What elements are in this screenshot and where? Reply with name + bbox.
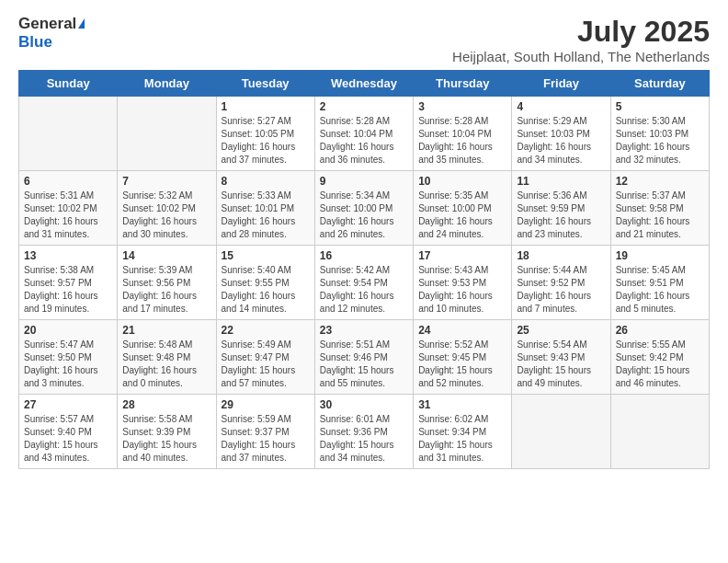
calendar-cell: 4Sunrise: 5:29 AM Sunset: 10:03 PM Dayli…: [512, 97, 610, 171]
calendar-week-row: 20Sunrise: 5:47 AM Sunset: 9:50 PM Dayli…: [19, 320, 710, 395]
day-info: Sunrise: 5:40 AM Sunset: 9:55 PM Dayligh…: [222, 264, 310, 316]
day-number: 27: [24, 398, 112, 411]
day-info: Sunrise: 5:49 AM Sunset: 9:47 PM Dayligh…: [222, 339, 310, 390]
day-number: 3: [418, 100, 506, 113]
day-number: 14: [122, 249, 210, 262]
calendar-cell: 19Sunrise: 5:45 AM Sunset: 9:51 PM Dayli…: [610, 246, 709, 320]
day-number: 19: [616, 249, 704, 262]
logo-blue: Blue: [18, 33, 52, 52]
calendar-cell: 8Sunrise: 5:33 AM Sunset: 10:01 PM Dayli…: [216, 171, 314, 246]
day-info: Sunrise: 5:58 AM Sunset: 9:39 PM Dayligh…: [122, 413, 210, 465]
day-number: 25: [517, 324, 605, 337]
calendar-body: 1Sunrise: 5:27 AM Sunset: 10:05 PM Dayli…: [19, 97, 710, 469]
calendar-cell: 26Sunrise: 5:55 AM Sunset: 9:42 PM Dayli…: [610, 320, 709, 395]
day-info: Sunrise: 5:27 AM Sunset: 10:05 PM Daylig…: [222, 115, 310, 167]
day-info: Sunrise: 5:34 AM Sunset: 10:00 PM Daylig…: [320, 190, 408, 241]
calendar-cell: 2Sunrise: 5:28 AM Sunset: 10:04 PM Dayli…: [314, 97, 413, 171]
day-number: 9: [320, 175, 408, 188]
calendar-cell: 31Sunrise: 6:02 AM Sunset: 9:34 PM Dayli…: [414, 395, 512, 469]
day-info: Sunrise: 5:31 AM Sunset: 10:02 PM Daylig…: [24, 190, 112, 241]
calendar-week-row: 13Sunrise: 5:38 AM Sunset: 9:57 PM Dayli…: [19, 246, 710, 320]
logo-arrow-icon: [78, 18, 85, 29]
day-info: Sunrise: 5:33 AM Sunset: 10:01 PM Daylig…: [222, 190, 310, 241]
day-info: Sunrise: 5:28 AM Sunset: 10:04 PM Daylig…: [320, 115, 408, 167]
day-number: 20: [24, 324, 112, 337]
calendar-cell: 7Sunrise: 5:32 AM Sunset: 10:02 PM Dayli…: [118, 171, 216, 246]
calendar-cell: 11Sunrise: 5:36 AM Sunset: 9:59 PM Dayli…: [512, 171, 610, 246]
calendar-cell: 3Sunrise: 5:28 AM Sunset: 10:04 PM Dayli…: [414, 97, 512, 171]
calendar-cell: 28Sunrise: 5:58 AM Sunset: 9:39 PM Dayli…: [118, 395, 216, 469]
day-number: 7: [122, 175, 210, 188]
page: General Blue July 2025 Heijplaat, South …: [0, 0, 728, 484]
day-number: 6: [24, 175, 112, 188]
logo: General Blue: [18, 15, 85, 52]
calendar-cell: 29Sunrise: 5:59 AM Sunset: 9:37 PM Dayli…: [216, 395, 314, 469]
day-info: Sunrise: 5:35 AM Sunset: 10:00 PM Daylig…: [418, 190, 506, 241]
day-number: 10: [418, 175, 506, 188]
calendar-cell: 14Sunrise: 5:39 AM Sunset: 9:56 PM Dayli…: [118, 246, 216, 320]
calendar-header: Sunday Monday Tuesday Wednesday Thursday…: [19, 71, 710, 97]
day-info: Sunrise: 5:57 AM Sunset: 9:40 PM Dayligh…: [24, 413, 112, 465]
day-info: Sunrise: 5:37 AM Sunset: 9:58 PM Dayligh…: [616, 190, 704, 241]
calendar-cell: 24Sunrise: 5:52 AM Sunset: 9:45 PM Dayli…: [414, 320, 512, 395]
day-number: 11: [517, 175, 605, 188]
day-number: 2: [320, 100, 408, 113]
day-number: 18: [517, 249, 605, 262]
calendar-cell: 5Sunrise: 5:30 AM Sunset: 10:03 PM Dayli…: [610, 97, 709, 171]
day-info: Sunrise: 5:54 AM Sunset: 9:43 PM Dayligh…: [517, 339, 605, 390]
day-number: 13: [24, 249, 112, 262]
calendar-cell: 30Sunrise: 6:01 AM Sunset: 9:36 PM Dayli…: [314, 395, 413, 469]
col-tuesday: Tuesday: [216, 71, 314, 97]
col-wednesday: Wednesday: [314, 71, 413, 97]
calendar-subtitle: Heijplaat, South Holland, The Netherland…: [452, 49, 710, 64]
day-number: 31: [418, 398, 506, 411]
col-friday: Friday: [512, 71, 610, 97]
day-number: 16: [320, 249, 408, 262]
weekday-header-row: Sunday Monday Tuesday Wednesday Thursday…: [19, 71, 710, 97]
day-info: Sunrise: 6:01 AM Sunset: 9:36 PM Dayligh…: [320, 413, 408, 465]
day-info: Sunrise: 5:45 AM Sunset: 9:51 PM Dayligh…: [616, 264, 704, 316]
day-info: Sunrise: 5:42 AM Sunset: 9:54 PM Dayligh…: [320, 264, 408, 316]
calendar-week-row: 1Sunrise: 5:27 AM Sunset: 10:05 PM Dayli…: [19, 97, 710, 171]
calendar-cell: 23Sunrise: 5:51 AM Sunset: 9:46 PM Dayli…: [314, 320, 413, 395]
day-number: 26: [616, 324, 704, 337]
day-number: 4: [517, 100, 605, 113]
day-number: 5: [616, 100, 704, 113]
calendar-table: Sunday Monday Tuesday Wednesday Thursday…: [18, 70, 710, 469]
day-info: Sunrise: 5:47 AM Sunset: 9:50 PM Dayligh…: [24, 339, 112, 390]
header: General Blue July 2025 Heijplaat, South …: [18, 15, 710, 64]
calendar-cell: [512, 395, 610, 469]
logo-general: General: [18, 15, 76, 33]
day-info: Sunrise: 5:36 AM Sunset: 9:59 PM Dayligh…: [517, 190, 605, 241]
day-number: 12: [616, 175, 704, 188]
day-number: 8: [222, 175, 310, 188]
col-saturday: Saturday: [610, 71, 709, 97]
day-number: 17: [418, 249, 506, 262]
calendar-cell: 9Sunrise: 5:34 AM Sunset: 10:00 PM Dayli…: [314, 171, 413, 246]
day-info: Sunrise: 5:51 AM Sunset: 9:46 PM Dayligh…: [320, 339, 408, 390]
day-info: Sunrise: 5:52 AM Sunset: 9:45 PM Dayligh…: [418, 339, 506, 390]
day-info: Sunrise: 6:02 AM Sunset: 9:34 PM Dayligh…: [418, 413, 506, 465]
calendar-cell: 13Sunrise: 5:38 AM Sunset: 9:57 PM Dayli…: [19, 246, 118, 320]
col-sunday: Sunday: [19, 71, 118, 97]
calendar-cell: 20Sunrise: 5:47 AM Sunset: 9:50 PM Dayli…: [19, 320, 118, 395]
day-info: Sunrise: 5:43 AM Sunset: 9:53 PM Dayligh…: [418, 264, 506, 316]
day-info: Sunrise: 5:28 AM Sunset: 10:04 PM Daylig…: [418, 115, 506, 167]
calendar-week-row: 6Sunrise: 5:31 AM Sunset: 10:02 PM Dayli…: [19, 171, 710, 246]
col-thursday: Thursday: [414, 71, 512, 97]
calendar-cell: 21Sunrise: 5:48 AM Sunset: 9:48 PM Dayli…: [118, 320, 216, 395]
title-area: July 2025 Heijplaat, South Holland, The …: [452, 15, 710, 64]
day-number: 23: [320, 324, 408, 337]
calendar-title: July 2025: [452, 15, 710, 49]
calendar-cell: 22Sunrise: 5:49 AM Sunset: 9:47 PM Dayli…: [216, 320, 314, 395]
day-info: Sunrise: 5:48 AM Sunset: 9:48 PM Dayligh…: [122, 339, 210, 390]
calendar-cell: [610, 395, 709, 469]
day-info: Sunrise: 5:32 AM Sunset: 10:02 PM Daylig…: [122, 190, 210, 241]
day-info: Sunrise: 5:55 AM Sunset: 9:42 PM Dayligh…: [616, 339, 704, 390]
day-info: Sunrise: 5:39 AM Sunset: 9:56 PM Dayligh…: [122, 264, 210, 316]
day-info: Sunrise: 5:29 AM Sunset: 10:03 PM Daylig…: [517, 115, 605, 167]
day-number: 1: [222, 100, 310, 113]
calendar-cell: 25Sunrise: 5:54 AM Sunset: 9:43 PM Dayli…: [512, 320, 610, 395]
col-monday: Monday: [118, 71, 216, 97]
calendar-cell: 16Sunrise: 5:42 AM Sunset: 9:54 PM Dayli…: [314, 246, 413, 320]
